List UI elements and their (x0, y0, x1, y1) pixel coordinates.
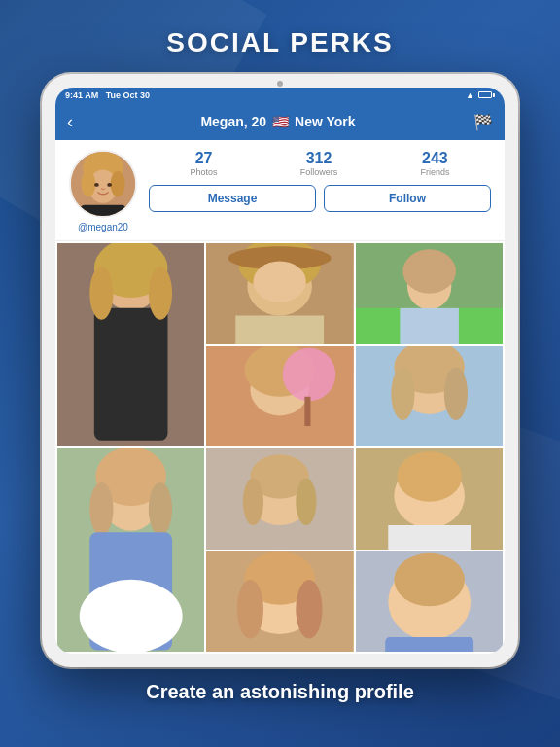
flag-icon: 🇺🇸 (272, 114, 289, 129)
follow-button[interactable]: Follow (324, 185, 491, 212)
friends-stat: 243 Friends (420, 150, 449, 177)
svg-point-48 (149, 482, 172, 535)
svg-rect-56 (356, 551, 503, 653)
friends-count: 243 (422, 150, 448, 167)
svg-point-3 (81, 171, 95, 196)
svg-rect-24 (400, 308, 459, 344)
avatar-image (71, 150, 135, 218)
svg-rect-51 (206, 551, 353, 653)
svg-rect-5 (80, 205, 125, 218)
svg-rect-49 (89, 532, 172, 650)
right-flag-icon: 🏁 (473, 113, 493, 131)
svg-rect-40 (356, 448, 503, 550)
svg-point-23 (402, 249, 455, 293)
followers-count: 312 (306, 150, 332, 167)
svg-point-58 (394, 552, 465, 605)
profile-section: @megan20 27 Photos 312 Followers 24 (55, 140, 505, 241)
svg-rect-44 (57, 448, 204, 652)
photo-cell-7[interactable] (356, 448, 503, 550)
svg-point-33 (391, 367, 414, 419)
svg-point-46 (95, 448, 166, 506)
photo-cell-6[interactable] (206, 448, 353, 550)
svg-point-57 (388, 563, 471, 640)
svg-point-6 (94, 183, 99, 187)
username: @megan20 (78, 222, 128, 232)
svg-rect-29 (305, 396, 311, 425)
svg-rect-21 (356, 308, 503, 344)
svg-point-16 (239, 243, 322, 291)
followers-stat: 312 Followers (300, 150, 338, 177)
svg-point-53 (245, 551, 316, 604)
svg-point-32 (394, 346, 465, 394)
profile-location: New York (295, 114, 356, 129)
profile-header-info: Megan, 20 🇺🇸 New York (83, 114, 473, 129)
svg-point-18 (254, 261, 306, 302)
svg-point-27 (245, 346, 316, 397)
status-bar: 9:41 AM Tue Oct 30 ▲ (55, 88, 505, 103)
photos-label: Photos (191, 167, 218, 177)
photo-cell-3[interactable] (356, 243, 503, 344)
page-title: SOCIAL PERKS (166, 0, 394, 58)
svg-rect-8 (57, 243, 204, 446)
svg-rect-59 (385, 637, 473, 652)
svg-rect-25 (206, 346, 353, 447)
photo-cell-8[interactable] (57, 448, 204, 652)
svg-point-13 (149, 267, 172, 319)
svg-rect-20 (356, 243, 503, 344)
followers-label: Followers (300, 167, 338, 177)
svg-point-4 (111, 171, 125, 196)
status-time: 9:41 AM Tue Oct 30 (65, 90, 150, 100)
svg-point-34 (443, 367, 467, 419)
message-button[interactable]: Message (149, 185, 316, 212)
back-button[interactable]: ‹ (67, 112, 73, 132)
svg-rect-14 (206, 243, 353, 344)
photos-count: 27 (195, 150, 213, 167)
svg-point-52 (242, 563, 319, 634)
stats-row: 27 Photos 312 Followers 243 Friends (149, 150, 491, 177)
wifi-icon: ▲ (466, 90, 474, 100)
svg-point-7 (107, 183, 112, 187)
avatar (69, 150, 137, 218)
stats-column: 27 Photos 312 Followers 243 Friends (149, 150, 491, 232)
photo-cell-2[interactable] (206, 243, 353, 344)
svg-point-12 (89, 267, 113, 319)
svg-rect-43 (388, 525, 471, 550)
photo-cell-10[interactable] (356, 551, 503, 653)
profile-header: ‹ Megan, 20 🇺🇸 New York 🏁 (55, 103, 505, 140)
svg-point-50 (80, 580, 183, 652)
svg-point-54 (237, 580, 263, 639)
svg-point-37 (251, 454, 310, 498)
tablet-device: 9:41 AM Tue Oct 30 ▲ ‹ (42, 74, 518, 667)
avatar-column: @megan20 (69, 150, 137, 232)
photo-grid (55, 241, 505, 654)
svg-point-28 (283, 347, 335, 400)
svg-point-15 (248, 257, 313, 316)
svg-point-47 (89, 482, 113, 535)
svg-point-36 (248, 466, 313, 525)
svg-point-45 (101, 466, 160, 531)
profile-name: Megan, 20 (200, 114, 266, 129)
photo-cell-1[interactable] (57, 243, 204, 446)
status-icons: ▲ (466, 90, 495, 100)
photos-stat: 27 Photos (191, 150, 218, 177)
svg-rect-19 (236, 315, 325, 343)
svg-point-22 (407, 263, 451, 309)
svg-point-39 (297, 479, 317, 525)
svg-point-55 (297, 580, 323, 639)
svg-rect-30 (356, 346, 503, 447)
action-buttons: Message Follow (149, 185, 491, 212)
svg-point-11 (94, 243, 168, 298)
svg-point-9 (101, 246, 160, 311)
photo-cell-5[interactable] (356, 346, 503, 447)
battery-icon (478, 90, 495, 100)
svg-point-31 (397, 355, 462, 414)
friends-label: Friends (420, 167, 449, 177)
svg-point-41 (394, 463, 465, 528)
photo-cell-9[interactable] (206, 551, 353, 653)
photo-cell-4[interactable] (206, 346, 353, 447)
svg-point-42 (397, 451, 462, 501)
svg-point-26 (251, 362, 310, 414)
svg-point-17 (228, 246, 332, 269)
footer-text: Create an astonishing profile (126, 667, 434, 723)
svg-rect-35 (206, 448, 353, 550)
